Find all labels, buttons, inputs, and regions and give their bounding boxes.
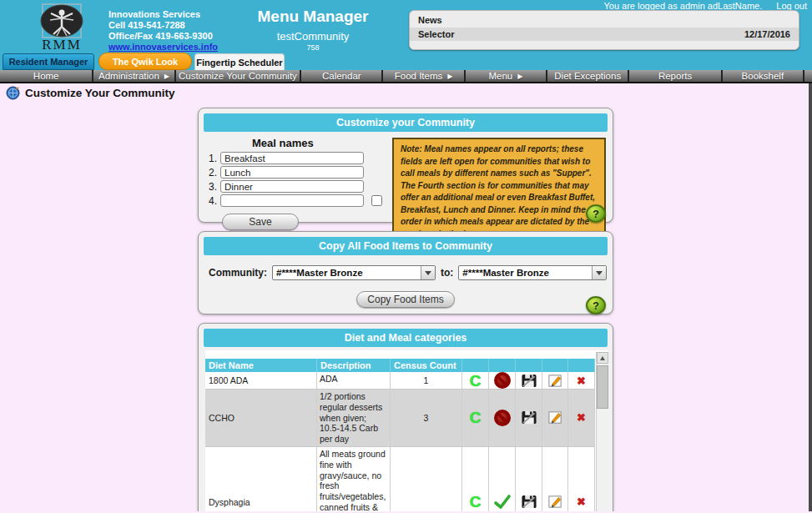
copy-food-items-panel: Copy All Food Items to Community Communi… [198, 231, 613, 314]
col-diet-name: Diet Name [205, 359, 317, 372]
save-diet-button[interactable] [516, 372, 542, 389]
app-title: Menu Manager [242, 8, 384, 26]
meal-name-list: 1. 2. 3. [204, 152, 386, 207]
news-selector-label: Selector [418, 29, 454, 39]
col-action-4 [542, 359, 568, 372]
news-title: News [410, 11, 799, 28]
copy-diet-button[interactable]: C [462, 390, 489, 446]
delete-x-icon: ✖ [577, 375, 586, 386]
fourth-meal-checkbox[interactable] [371, 195, 382, 206]
target-community-select[interactable]: #****Master Bronze [458, 265, 607, 280]
scroll-up-arrow[interactable] [597, 352, 608, 364]
source-community-value: #****Master Bronze [273, 268, 421, 278]
meal-name-input[interactable] [220, 152, 364, 164]
cell-phone: Cell 419-541-7288 [108, 20, 218, 31]
meal-number-label: 4. [209, 195, 220, 207]
col-action-1 [462, 359, 489, 372]
floppy-disk-icon [521, 410, 537, 425]
customize-panel-header: Customize your Community [204, 113, 608, 132]
col-description: Description [317, 359, 391, 372]
diet-name-cell: 1800 ADA [205, 372, 317, 389]
description-cell: 1/2 portions regular desserts when given… [317, 390, 391, 446]
scrollbar-thumb[interactable] [597, 365, 608, 409]
save-button[interactable]: Save [222, 214, 299, 230]
community-name: testCommunity [242, 30, 384, 43]
vitruvian-man-icon [31, 3, 93, 39]
delete-diet-button[interactable]: ✖ [568, 372, 595, 389]
help-button[interactable]: ? [586, 204, 606, 223]
meal-row: 2. [209, 166, 386, 179]
floppy-disk-icon [521, 494, 537, 510]
description-cell: All meats ground fine with gravy/sauce, … [317, 447, 391, 511]
community-id: 758 [242, 43, 384, 52]
globe-icon [6, 86, 20, 100]
submenu-arrow-icon: ▶ [447, 73, 452, 80]
copy-diet-button[interactable]: C [462, 447, 489, 511]
copy-food-items-button[interactable]: Copy Food Items [356, 291, 455, 308]
copy-diet-button[interactable]: C [462, 372, 489, 389]
col-action-2 [489, 359, 516, 372]
save-diet-button[interactable] [516, 390, 542, 446]
news-selector-row[interactable]: Selector 12/17/2016 [410, 28, 799, 41]
nav-item[interactable]: Administration ▶ [93, 70, 174, 82]
submenu-arrow-icon: ▶ [164, 73, 169, 80]
help-button[interactable]: ? [586, 296, 606, 314]
source-community-select[interactable]: #****Master Bronze [272, 265, 436, 280]
nav-item-label: Administration [98, 71, 159, 81]
nav-item[interactable]: Bookshelf ▶ [723, 70, 803, 82]
logo-text: RMM [20, 39, 103, 50]
edit-diet-button[interactable] [542, 372, 568, 389]
nav-item-label: Menu [488, 71, 512, 81]
diet-status-toggle[interactable] [489, 447, 516, 511]
meal-name-input[interactable] [220, 180, 364, 193]
copy-panel-header: Copy All Food Items to Community [204, 237, 608, 255]
website-link[interactable]: www.innovaservices.info [108, 42, 218, 52]
copy-c-icon: C [470, 410, 482, 425]
diet-name-cell: CCHO [205, 390, 317, 446]
meal-name-input[interactable] [220, 166, 364, 179]
census-count-cell: 1 [391, 372, 462, 389]
diet-table-body: 1800 ADA ADA 1 C [205, 372, 595, 511]
col-action-5 [568, 359, 595, 372]
meal-number-label: 3. [209, 181, 220, 193]
to-label: to: [441, 267, 453, 279]
submenu-arrow-icon: ▶ [517, 73, 522, 80]
delete-diet-button[interactable]: ✖ [568, 390, 595, 446]
nav-stub [804, 70, 812, 82]
save-diet-button[interactable] [516, 447, 542, 511]
census-count-cell [391, 447, 462, 511]
diet-status-toggle[interactable] [489, 390, 516, 446]
tab-fingertip-scheduler[interactable]: Fingertip Scheduler [194, 53, 285, 70]
nav-item[interactable]: Customize Your Community ▶ [176, 70, 300, 82]
nav-item[interactable]: Menu ▶ [466, 70, 546, 82]
meal-name-input[interactable] [220, 194, 364, 207]
community-label: Community: [209, 267, 267, 279]
meal-row: 4. [209, 194, 386, 207]
nav-item[interactable]: Home ▶ [0, 70, 92, 82]
delete-diet-button[interactable]: ✖ [568, 447, 595, 511]
diet-table: Diet Name Description Census Count 1800 … [205, 350, 608, 511]
meal-number-label: 1. [209, 153, 220, 164]
tab-qwik-look[interactable]: The Qwik Look [98, 53, 192, 70]
edit-pencil-icon [547, 373, 563, 389]
tab-resident-manager[interactable]: Resident Manager [3, 53, 94, 70]
edit-diet-button[interactable] [542, 447, 568, 511]
app-header: RMM Innovations Services Cell 419-541-72… [0, 0, 812, 52]
diet-status-toggle[interactable] [489, 372, 516, 389]
diet-table-row: Dysphagia All meats ground fine with gra… [205, 447, 595, 511]
diet-table-row: CCHO 1/2 portions regular desserts when … [205, 390, 595, 447]
nav-item[interactable]: Reports ▶ [629, 70, 720, 82]
page-title: Customize Your Community [25, 87, 175, 99]
nav-item[interactable]: Diet Exceptions ▶ [547, 70, 628, 82]
news-date: 12/17/2016 [744, 29, 790, 39]
nav-item-label: Home [33, 71, 59, 81]
edit-diet-button[interactable] [542, 390, 568, 446]
nav-item[interactable]: Calendar ▶ [301, 70, 381, 82]
meal-number-label: 2. [209, 167, 220, 179]
table-scrollbar[interactable] [596, 352, 608, 511]
customize-community-panel: Customize your Community Meal names 1. 2… [198, 108, 613, 223]
delete-x-icon: ✖ [577, 412, 586, 423]
nav-item[interactable]: Food Items ▶ [383, 70, 463, 82]
company-name: Innovations Services [108, 9, 218, 20]
meal-row: 3. [209, 180, 386, 193]
